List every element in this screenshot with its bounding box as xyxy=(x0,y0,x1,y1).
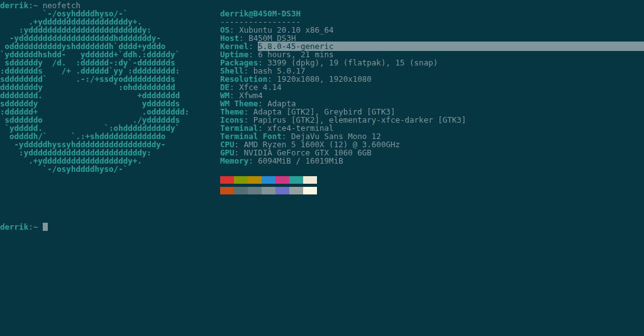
color-swatch xyxy=(248,187,262,194)
prompt-user: derrik xyxy=(0,222,28,232)
ascii-logo-line: `-/osyhddddhyso/-` xyxy=(0,165,220,173)
cursor[interactable] xyxy=(43,223,48,231)
color-swatch xyxy=(234,187,248,194)
color-swatch xyxy=(289,176,303,184)
color-swatch xyxy=(220,187,234,194)
color-swatch xyxy=(303,187,317,194)
color-swatch xyxy=(220,176,234,184)
field-value: 1920x1080, 1920x1080 xyxy=(277,74,372,84)
color-swatch xyxy=(303,176,317,184)
color-swatch xyxy=(275,176,289,184)
color-swatch xyxy=(262,176,275,184)
field-label: Memory xyxy=(220,156,248,165)
color-swatch xyxy=(262,187,275,194)
field-sep: : xyxy=(248,156,258,165)
field-value: 6094MiB / 16019MiB xyxy=(258,156,343,165)
selection-highlight xyxy=(334,42,644,51)
color-swatch-row xyxy=(220,187,644,194)
prompt-sep: :~ xyxy=(28,222,43,232)
color-swatch xyxy=(248,176,262,184)
color-swatch xyxy=(289,187,303,194)
color-swatch xyxy=(275,187,289,194)
color-swatch-row xyxy=(220,176,644,184)
terminal-output[interactable]: derrik:~ neofetch `-/osyhddddhyso/-`derr… xyxy=(0,0,644,231)
color-swatch xyxy=(234,176,248,184)
